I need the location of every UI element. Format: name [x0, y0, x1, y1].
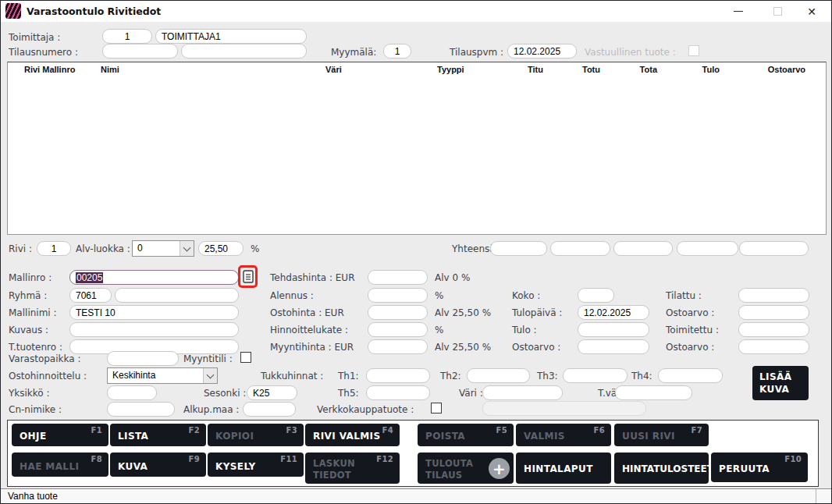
ostohinnoittelu-select[interactable]: Keskihinta: [107, 367, 218, 384]
verkkokauppa-extra-field: [482, 401, 646, 416]
alennus-field[interactable]: [368, 288, 428, 303]
minimize-button[interactable]: [725, 1, 752, 22]
hinnoittelukate-field[interactable]: [368, 322, 428, 337]
cn-nimike-label: Cn-nimike :: [9, 404, 62, 415]
myyntihinta-label: Myyntihinta : EUR: [270, 342, 354, 353]
uusi-rivi-button[interactable]: UUSI RIVIF7: [614, 424, 709, 446]
mallinimi-label: Mallinimi :: [9, 307, 57, 318]
col-totu: Totu: [569, 65, 600, 74]
tulo-field[interactable]: [578, 322, 649, 337]
tehdashinta-field[interactable]: [368, 270, 428, 285]
hintatulosteet-button[interactable]: HINTATULOSTEET: [614, 453, 709, 484]
ostohinta-field[interactable]: [368, 305, 428, 320]
rivi-valmis-button[interactable]: RIVI VALMISF4: [305, 424, 400, 446]
toimittaja-code-field[interactable]: [102, 29, 152, 44]
tilattu-field[interactable]: [738, 288, 809, 303]
peruuta-button[interactable]: PERUUTAF10: [711, 453, 808, 482]
ryhma-label: Ryhmä :: [9, 290, 47, 301]
tilausnumero-field-1[interactable]: [102, 44, 178, 59]
laskun-tiedot-button[interactable]: LASKUNTIEDOT F12: [305, 453, 400, 484]
kuvaus-label: Kuvaus :: [9, 325, 48, 335]
maximize-icon: [773, 7, 782, 16]
th1-label: Th1:: [338, 371, 359, 382]
tulo-label: Tulo :: [512, 325, 537, 335]
yhteensa-field-1[interactable]: [490, 241, 547, 256]
cn-nimike-field[interactable]: [107, 402, 175, 417]
alv-luokka-value: 0: [133, 241, 180, 256]
th2-field[interactable]: [467, 368, 530, 383]
th2-label: Th2:: [440, 371, 461, 382]
tvari-field[interactable]: [615, 385, 692, 400]
th5-field[interactable]: [366, 385, 430, 400]
varastopaikka-field[interactable]: [107, 351, 179, 366]
plus-icon[interactable]: +: [489, 458, 510, 479]
myyntihinta-field[interactable]: [368, 339, 428, 354]
myymala-field[interactable]: [383, 44, 411, 59]
mallinro-field[interactable]: 00205: [69, 270, 239, 285]
tulouta-tilaus-button[interactable]: TULOUTATILAUS +: [418, 453, 514, 484]
yhteensa-field-4[interactable]: [677, 241, 738, 256]
ostohinta-label: Ostohinta : EUR: [270, 307, 344, 318]
alennus-percent-sign: %: [435, 290, 443, 301]
th5-label: Th5:: [338, 388, 359, 399]
vari-field[interactable]: [482, 385, 563, 400]
tulopaiva-field[interactable]: [578, 305, 649, 320]
lista-button[interactable]: LISTAF2: [110, 424, 206, 446]
tilauspvm-field[interactable]: [507, 44, 577, 59]
rivi-label: Rivi :: [9, 243, 32, 254]
kuvaus-field[interactable]: [69, 322, 239, 337]
toimittaja-name-field[interactable]: [155, 29, 307, 44]
alv0-suffix: Alv 0 %: [435, 272, 470, 283]
hae-malli-button[interactable]: HAE MALLIF8: [12, 453, 108, 477]
toimitettu-ostoarvo-field[interactable]: [738, 339, 809, 354]
maximize-button[interactable]: [764, 1, 791, 22]
tilattu-ostoarvo-field[interactable]: [738, 305, 809, 320]
mallinro-selected-text: 00205: [76, 272, 103, 283]
col-tota: Tota: [626, 65, 657, 74]
th3-field[interactable]: [563, 368, 628, 383]
close-icon: ✕: [807, 6, 816, 17]
ryhma-code-field[interactable]: [69, 288, 112, 303]
poista-button[interactable]: POISTAF5: [418, 424, 514, 446]
close-button[interactable]: ✕: [798, 1, 825, 22]
ostoarvo-field[interactable]: [578, 339, 649, 354]
lisaa-kuva-button[interactable]: LISÄÄ KUVA: [752, 366, 809, 400]
yhteensa-field-3[interactable]: [613, 241, 673, 256]
hintalaput-button[interactable]: HINTALAPUT: [516, 453, 611, 484]
ryhma-name-field[interactable]: [115, 288, 239, 303]
tilausnumero-field-2[interactable]: [181, 44, 307, 59]
function-button-panel: OHJEF1 LISTAF2 KOPIOIF3 RIVI VALMISF4 PO…: [7, 420, 819, 487]
th1-field[interactable]: [366, 368, 430, 383]
alkupmaa-field[interactable]: [243, 402, 296, 417]
rows-table[interactable]: Rivi Mallinro Nimi Väri Tyyppi Titu Totu…: [7, 62, 827, 235]
vastuullinen-tuote-checkbox[interactable]: [688, 45, 699, 56]
myymala-label: Myymälä:: [331, 47, 376, 58]
yhteensa-field-5[interactable]: [739, 241, 809, 256]
verkkokauppatuote-checkbox[interactable]: [431, 403, 442, 413]
tukkuhinnat-label: Tukkuhinnat :: [261, 371, 323, 382]
toimitettu-field[interactable]: [738, 322, 809, 337]
rivi-field[interactable]: [37, 241, 71, 256]
kopioi-button[interactable]: KOPIOIF3: [208, 424, 304, 446]
vastuullinen-tuote-label: Vastuullinen tuote :: [585, 47, 676, 58]
koko-field[interactable]: [578, 288, 614, 303]
ostoarvo-label: Ostoarvo :: [512, 342, 560, 353]
mallinimi-field[interactable]: [69, 305, 239, 320]
th4-field[interactable]: [658, 368, 723, 383]
t-tuotenro-label: T.tuotenro :: [9, 342, 62, 353]
kysely-button[interactable]: KYSELYF11: [208, 453, 304, 477]
kuva-button[interactable]: KUVAF9: [110, 453, 206, 477]
yksikko-field[interactable]: [107, 385, 157, 400]
chevron-down-icon[interactable]: [180, 241, 194, 256]
tehdashinta-label: Tehdashinta : EUR: [270, 272, 354, 283]
yhteensa-field-2[interactable]: [550, 241, 610, 256]
document-lookup-icon[interactable]: [243, 270, 254, 283]
valmis-button[interactable]: VALMISF6: [516, 424, 611, 446]
ohje-button[interactable]: OHJEF1: [12, 424, 108, 446]
alv-percent-field[interactable]: [198, 241, 244, 256]
myyntitili-checkbox[interactable]: [240, 352, 251, 363]
annotation-highlight-box: [238, 265, 258, 288]
sesonki-field[interactable]: [247, 385, 297, 400]
alv-luokka-select[interactable]: 0: [132, 240, 194, 257]
chevron-down-icon[interactable]: [203, 368, 217, 383]
